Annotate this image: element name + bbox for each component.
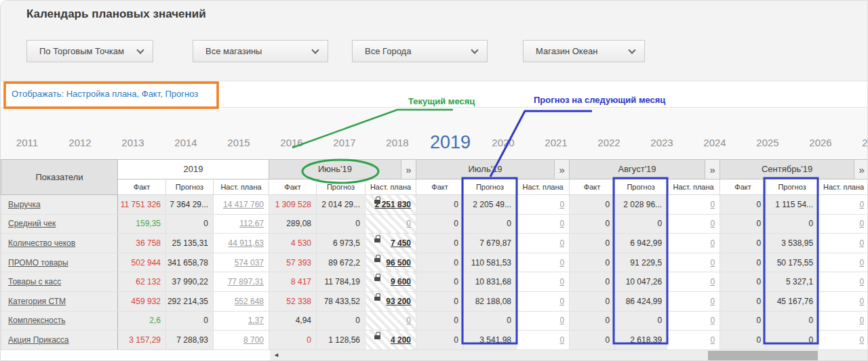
table-cell[interactable]: 0: [667, 331, 720, 350]
year-item[interactable]: 2026: [794, 129, 847, 159]
filter-dropdown-stores[interactable]: Все магазины: [193, 40, 328, 62]
table-cell[interactable]: 96 500: [366, 253, 416, 272]
table-cell[interactable]: 0: [517, 234, 570, 253]
table-cell[interactable]: 0: [517, 331, 570, 350]
cell-value: 0: [203, 219, 208, 228]
cell-value: 2 205 49...: [473, 200, 511, 209]
year-item[interactable]: 2023: [635, 129, 688, 159]
filter-dropdown-outlets[interactable]: По Торговым Точкам: [26, 40, 153, 62]
indicator-link[interactable]: Средний чек: [8, 219, 56, 228]
cell-value: 110 581,53: [471, 258, 511, 268]
scrollbar-thumb[interactable]: [708, 351, 818, 360]
year-item[interactable]: 2025: [741, 129, 794, 159]
year-item[interactable]: 2027: [847, 129, 868, 159]
table-cell[interactable]: 0: [366, 311, 416, 331]
indicator-link[interactable]: Акция Прикасса: [8, 335, 69, 345]
period-group-header: 2019: [118, 160, 269, 179]
table-cell[interactable]: 0: [818, 291, 868, 311]
indicator-link[interactable]: ПРОМО товары: [8, 258, 68, 268]
year-item[interactable]: 2011: [1, 129, 54, 159]
period-label: 2019: [118, 160, 269, 179]
table-cell[interactable]: 0: [667, 272, 720, 292]
cell-value: 0: [710, 335, 715, 345]
year-item[interactable]: 2021: [530, 129, 583, 159]
period-group-header: Июнь'19»: [269, 160, 416, 179]
table-cell[interactable]: 0: [517, 253, 570, 272]
indicator-link[interactable]: Категория СТМ: [8, 297, 66, 306]
year-item[interactable]: 2017: [318, 129, 371, 159]
table-cell[interactable]: 0: [818, 234, 868, 253]
table-cell[interactable]: 0: [667, 291, 720, 311]
period-label: Июль'19: [416, 160, 554, 179]
table-cell[interactable]: 44 911,63: [214, 234, 269, 253]
table-cell[interactable]: 0: [667, 234, 720, 253]
cell-value: 0: [859, 238, 864, 248]
year-item[interactable]: 2022: [583, 129, 635, 159]
table-cell: 459 932: [118, 291, 166, 311]
table-cell[interactable]: 0: [667, 195, 720, 215]
filter-dropdown-cities[interactable]: Все Города: [352, 40, 488, 62]
table-cell[interactable]: 0: [366, 214, 416, 234]
table-cell[interactable]: 93 200: [366, 291, 416, 311]
table-cell[interactable]: 8 700: [214, 331, 269, 350]
table-cell[interactable]: 0: [667, 214, 720, 234]
table-cell[interactable]: 7 450: [366, 234, 416, 253]
indicator-link[interactable]: Количество чеков: [8, 238, 75, 248]
table-cell[interactable]: 9 600: [366, 272, 416, 292]
horizontal-scrollbar[interactable]: ◄: [270, 349, 868, 360]
year-item[interactable]: 2024: [688, 129, 741, 159]
table-cell[interactable]: 0: [818, 253, 868, 272]
expand-month-button[interactable]: »: [854, 160, 868, 179]
table-cell[interactable]: 0: [818, 195, 868, 215]
year-item[interactable]: 2020: [477, 129, 530, 159]
table-row: Товары с касс62 13237 990,2277 897,318 4…: [1, 272, 868, 292]
display-settings-link[interactable]: Отображать: Настройка плана, Факт, Прогн…: [12, 89, 198, 99]
table-cell[interactable]: 0: [517, 291, 570, 311]
table-cell[interactable]: 112,67: [214, 214, 269, 234]
year-item[interactable]: 2014: [159, 129, 212, 159]
table-cell[interactable]: 0: [818, 272, 868, 292]
cell-value: 0: [859, 335, 864, 345]
period-group-header: Июль'19»: [416, 160, 570, 179]
year-item[interactable]: 2015: [212, 129, 265, 159]
year-item[interactable]: 2019: [424, 129, 477, 159]
year-item[interactable]: 2018: [371, 129, 424, 159]
table-cell[interactable]: 77 897,31: [214, 272, 269, 292]
indicator-link[interactable]: Комплексность: [8, 316, 66, 325]
table-cell: 0: [570, 272, 615, 292]
year-item[interactable]: 2016: [265, 129, 318, 159]
table-cell[interactable]: 0: [667, 253, 720, 272]
period-group-header: Сентябрь'19»: [720, 160, 868, 179]
table-cell[interactable]: 0: [517, 195, 570, 215]
table-cell[interactable]: 4 200: [366, 331, 416, 350]
table-cell[interactable]: 0: [818, 214, 868, 234]
table-cell[interactable]: 552 648: [214, 291, 269, 311]
indicator-link[interactable]: Товары с касс: [8, 277, 61, 286]
cell-value: 1,37: [248, 316, 264, 325]
table-cell[interactable]: 14 417 760: [214, 195, 269, 215]
table-cell[interactable]: 0: [517, 214, 570, 234]
year-item[interactable]: 2012: [54, 129, 106, 159]
year-item[interactable]: 2013: [106, 129, 159, 159]
expand-month-button[interactable]: »: [554, 160, 569, 179]
table-cell: 0: [720, 272, 766, 292]
expand-month-button[interactable]: »: [401, 160, 416, 179]
table-cell[interactable]: 574 037: [214, 253, 269, 272]
scroll-left-arrow-icon[interactable]: ◄: [273, 352, 279, 358]
cell-value: 8 700: [243, 335, 264, 345]
table-cell[interactable]: 0: [517, 272, 570, 292]
table-cell[interactable]: 0: [818, 311, 868, 331]
table-cell[interactable]: 1,37: [214, 311, 269, 331]
table-cell[interactable]: 0: [667, 311, 720, 331]
table-cell[interactable]: 0: [818, 331, 868, 350]
table-cell: 2 205 49...: [464, 195, 517, 215]
indicator-link[interactable]: Выручка: [8, 200, 41, 209]
table-cell[interactable]: 2 251 830: [366, 195, 416, 215]
cell-value: 0: [307, 335, 311, 345]
expand-month-button[interactable]: »: [705, 160, 719, 179]
table-row: Комплексность2,601,374,9400000000000: [1, 311, 868, 331]
table-cell[interactable]: 0: [517, 311, 570, 331]
filter-dropdown-label: По Торговым Точкам: [39, 46, 124, 56]
lock-icon: [374, 196, 380, 204]
filter-dropdown-store-ocean[interactable]: Магазин Океан: [523, 40, 645, 62]
